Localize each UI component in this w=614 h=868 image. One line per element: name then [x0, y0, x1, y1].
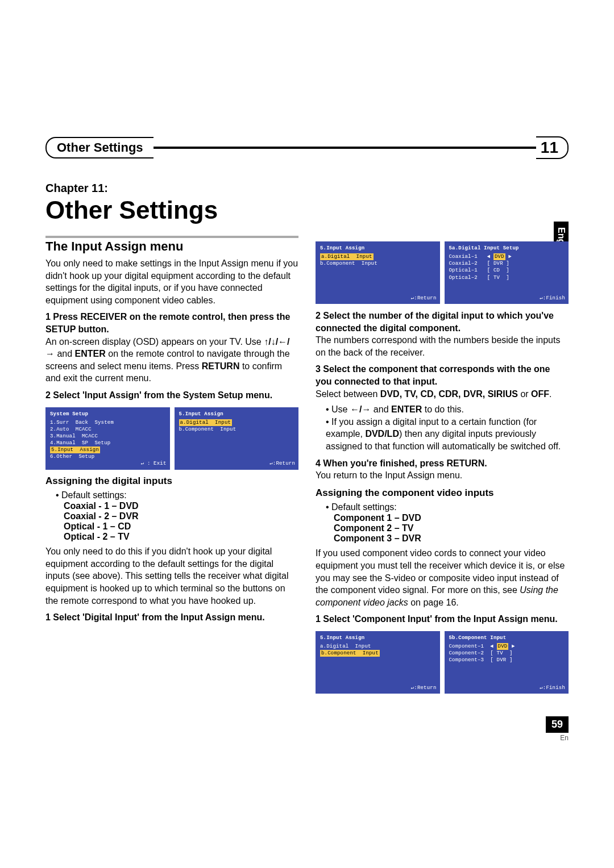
osd-item: b.Component Input [179, 426, 294, 433]
osd-item: 6.Other Setup [50, 453, 165, 460]
osd-item-selected: b.Component Input [320, 650, 380, 657]
osd-item: 3.Manual MCACC [50, 433, 165, 440]
osd-item-selected: 5.Input Assign [50, 446, 100, 453]
text: or [518, 389, 531, 399]
right-column: 5.Input Assign a.Digital Input b.Compone… [316, 236, 569, 742]
step-3r: 3 Select the component that corresponds … [316, 363, 569, 387]
osd-system-setup: System Setup 1.Surr Back System 2.Auto M… [45, 407, 170, 470]
osd-row-3: 5.Input Assign a.Digital Input b.Compone… [316, 631, 569, 694]
text: and [371, 404, 391, 414]
osd-title: 5b.Component Input [449, 635, 565, 641]
text: . [549, 389, 551, 399]
page-header: Other Settings 11 [45, 136, 569, 159]
page-lang-code: En [316, 734, 569, 742]
intro-text: You only need to make settings in the In… [45, 257, 298, 306]
step-1-digital: 1 Select 'Digital Input' from the Input … [45, 611, 298, 624]
osd-label: Component–1 [449, 644, 484, 649]
off-label: OFF [531, 389, 549, 399]
osd-value-selected: DVD [493, 253, 505, 260]
dvd-ld-label: DVD/LD [365, 429, 399, 439]
osd-value: DVR [497, 657, 507, 663]
default-coax2: Coaxial - 2 – DVR [64, 511, 298, 521]
osd-input-assign-2: 5.Input Assign a.Digital Input b.Compone… [316, 241, 440, 304]
osd-title: 5a.Digital Input Setup [449, 245, 565, 252]
osd-item: 2.Auto MCACC [50, 426, 165, 433]
default-comp3: Component 3 – DVR [334, 533, 569, 544]
chapter-label: Chapter 11: [45, 182, 569, 195]
text: Use [331, 404, 350, 414]
osd-label: Coaxial–2 [449, 261, 478, 266]
subheading-digital: Assigning the digital inputs [45, 475, 298, 487]
osd-label: Optical–1 [449, 268, 478, 273]
text: to do this. [422, 404, 464, 414]
default-opt2: Optical - 2 – TV [64, 532, 298, 542]
options-list: DVD, TV, CD, CDR, DVR, SIRIUS [380, 389, 518, 399]
digital-body: You only need to do this if you didn't h… [45, 545, 298, 607]
osd-footer: ↵:Return [411, 295, 437, 302]
default-comp1: Component 1 – DVD [334, 513, 569, 523]
osd-item: a.Digital Input [320, 643, 435, 650]
return-label: RETURN [202, 361, 240, 371]
step-3r-body: Select between DVD, TV, CD, CDR, DVR, SI… [316, 388, 569, 400]
step-1-component: 1 Select 'Component Input' from the Inpu… [316, 613, 569, 625]
chapter-title: Other Settings [45, 196, 569, 224]
default-coax1: Coaxial - 1 – DVD [64, 501, 298, 511]
default-settings-label-2: Default settings: [326, 501, 569, 514]
osd-label: Component–3 [449, 657, 484, 663]
osd-footer: ↵:Finish [540, 295, 565, 302]
left-column: The Input Assign menu You only need to m… [45, 236, 298, 742]
osd-input-assign-3: 5.Input Assign a.Digital Input b.Compone… [316, 631, 440, 694]
osd-component-input: 5b.Component Input Component–1 ◄ DVD ► C… [445, 631, 569, 694]
osd-footer: ↵:Return [411, 685, 437, 691]
osd-title: 5.Input Assign [179, 411, 294, 418]
step-1: 1 Press RECEIVER on the remote control, … [45, 311, 298, 335]
step-4r-body: You return to the Input Assign menu. [316, 469, 569, 482]
header-title: Other Settings [45, 137, 154, 158]
enter-label: ENTER [75, 349, 106, 358]
osd-value: CD [493, 268, 500, 273]
osd-footer: ↵ : Exit [141, 460, 167, 467]
bullet-use-arrows: Use ←/→ and ENTER to do this. [326, 403, 569, 416]
osd-item-selected: a.Digital Input [320, 253, 374, 260]
section-rule [45, 236, 298, 238]
osd-item-selected: a.Digital Input [179, 419, 233, 426]
section-heading: The Input Assign menu [45, 239, 298, 254]
osd-footer: ↵:Finish [540, 685, 565, 691]
osd-title: System Setup [50, 411, 165, 418]
step-4r: 4 When you're finished, press RETURN. [316, 457, 569, 470]
osd-value-selected: DVD [497, 643, 509, 650]
step-1-body: An on-screen display (OSD) appears on yo… [45, 336, 298, 385]
osd-label: Optical–2 [449, 275, 478, 281]
arrow-glyphs: ←/→ [350, 404, 371, 414]
text: on page 16. [408, 598, 459, 607]
step-2r: 2 Select the number of the digital input… [316, 310, 569, 334]
default-settings-label: Default settings: [56, 489, 298, 502]
step-2: 2 Select 'Input Assign' from the System … [45, 389, 298, 402]
osd-item: b.Component Input [320, 260, 435, 267]
default-opt1: Optical - 1 – CD [64, 521, 298, 532]
bullet-assign-note: If you assign a digital input to a certa… [326, 416, 569, 453]
content-columns: The Input Assign menu You only need to m… [45, 236, 569, 742]
osd-label: Component–2 [449, 650, 484, 656]
osd-item: 4.Manual SP Setup [50, 440, 165, 446]
osd-item: 1.Surr Back System [50, 419, 165, 426]
header-chapter-number: 11 [536, 136, 569, 159]
osd-digital-input-setup: 5a.Digital Input Setup Coaxial–1 ◄ DVD ►… [445, 241, 569, 304]
osd-footer: ↵:Return [269, 460, 295, 467]
osd-value: DVR [493, 261, 503, 266]
osd-row-1: System Setup 1.Surr Back System 2.Auto M… [45, 407, 298, 470]
osd-row-2: 5.Input Assign a.Digital Input b.Compone… [316, 241, 569, 304]
osd-input-assign: 5.Input Assign a.Digital Input b.Compone… [175, 407, 299, 470]
step-2r-body: The numbers correspond with the numbers … [316, 334, 569, 358]
osd-value: TV [497, 650, 503, 656]
enter-label: ENTER [391, 404, 422, 414]
component-body: If you used component video cords to con… [316, 547, 569, 608]
subheading-component: Assigning the component video inputs [316, 487, 569, 499]
osd-label: Coaxial–1 [449, 254, 478, 260]
osd-title: 5.Input Assign [320, 635, 435, 641]
default-comp2: Component 2 – TV [334, 523, 569, 533]
text: An on-screen display (OSD) appears on yo… [45, 337, 264, 347]
osd-value: TV [493, 275, 500, 281]
header-rule [154, 147, 536, 149]
osd-title: 5.Input Assign [320, 245, 435, 252]
